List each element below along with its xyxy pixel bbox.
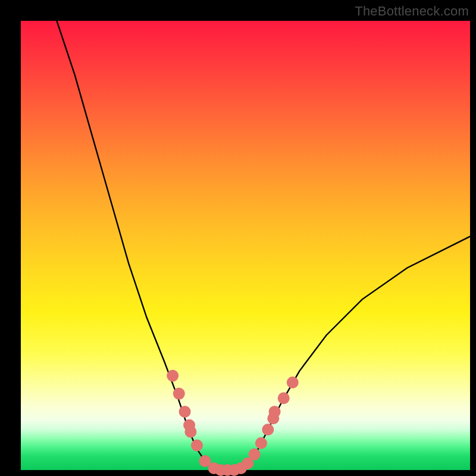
bottleneck-curve (57, 21, 470, 470)
data-point (179, 406, 191, 418)
data-point (278, 392, 290, 404)
data-point (167, 370, 178, 382)
data-points-group (167, 370, 299, 477)
attribution-watermark: TheBottleneck.com (355, 4, 469, 19)
chart-frame: TheBottleneck.com (0, 0, 476, 476)
data-point (191, 440, 203, 452)
data-point (255, 437, 267, 449)
data-point (173, 388, 185, 400)
data-point (184, 426, 196, 438)
data-point (269, 406, 281, 418)
data-point (262, 424, 274, 436)
data-point (249, 449, 261, 461)
data-point (287, 377, 299, 389)
chart-overlay (21, 21, 470, 470)
